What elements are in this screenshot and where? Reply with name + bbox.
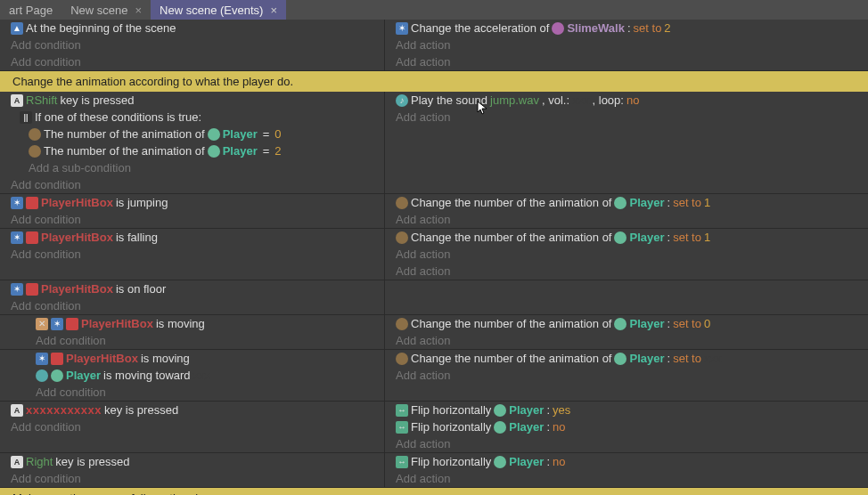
object-icon — [208, 128, 220, 141]
condition-line[interactable]: The number of the animation of Player = … — [0, 142, 384, 159]
action-text: Play the sound — [411, 93, 487, 107]
add-action-link[interactable]: Add action — [385, 211, 868, 228]
event-sub-row[interactable]: ✕ ✶ PlayerHitBox is moving Add condition… — [0, 315, 868, 350]
condition-line[interactable]: The number of the animation of Player = … — [0, 126, 384, 142]
object-name: PlayerHitBox — [81, 317, 153, 330]
add-condition-link[interactable]: Add condition — [0, 384, 384, 401]
condition-line[interactable]: Player is moving toward xxx — [0, 367, 384, 384]
object-name: PlayerHitBox — [41, 282, 113, 296]
accel-icon: ✶ — [396, 22, 408, 35]
add-action-link[interactable]: Add action — [385, 246, 868, 263]
colon: : — [546, 420, 550, 434]
action-line[interactable]: ↔ Flip horizontally Player : no — [385, 418, 868, 435]
action-line[interactable]: ↔ Flip horizontally Player : no — [385, 453, 868, 470]
condition-line[interactable]: A RShift key is pressed — [0, 92, 384, 109]
anim-icon — [29, 145, 41, 158]
condition-text: key is pressed — [104, 403, 178, 417]
object-name: Player — [223, 127, 258, 141]
action-line[interactable]: Change the number of the animation of Pl… — [385, 350, 868, 367]
key-name: RShift — [26, 93, 57, 107]
close-icon[interactable]: × — [270, 4, 277, 17]
event-row[interactable]: ✶ PlayerHitBox is on floor Add condition — [0, 280, 868, 315]
flip-icon: ↔ — [396, 421, 408, 434]
tab-bar: art Page New scene × New scene (Events) … — [0, 0, 868, 20]
tab-art-page[interactable]: art Page — [0, 0, 61, 20]
tab-new-scene-events[interactable]: New scene (Events) × — [151, 0, 286, 20]
add-action-link[interactable]: Add action — [385, 470, 868, 487]
event-row[interactable]: A Right key is pressed Add condition ↔ F… — [0, 453, 868, 488]
value-hidden: xxx — [572, 93, 590, 107]
events-panel: ▲ At the beginning of the scene Add cond… — [0, 20, 868, 495]
add-action-link[interactable]: Add action — [385, 435, 868, 452]
value-number: 2 — [274, 144, 281, 158]
object-icon — [552, 22, 564, 35]
key-name: Right — [26, 455, 53, 468]
loop-label: , loop: — [593, 93, 624, 107]
conditions-column: ✶ PlayerHitBox is falling Add condition — [0, 229, 385, 280]
event-sub-row[interactable]: ✶ PlayerHitBox is moving Player is movin… — [0, 350, 868, 402]
object-icon — [494, 421, 506, 434]
add-condition-link[interactable]: Add condition — [0, 297, 384, 314]
condition-line[interactable]: A xxxxxxxxxxx key is pressed — [0, 402, 384, 418]
add-condition-link[interactable]: Add condition — [0, 470, 384, 487]
add-condition-link[interactable]: Add condition — [0, 176, 384, 193]
conditions-column: A RShift key is pressed || If one of the… — [0, 92, 385, 193]
add-action-link[interactable]: Add action — [385, 263, 868, 280]
add-action-link[interactable]: Add action — [385, 53, 868, 70]
condition-line[interactable]: ✶ PlayerHitBox is jumping — [0, 194, 384, 211]
add-condition-link[interactable]: Add condition — [0, 53, 384, 70]
condition-line[interactable]: ✶ PlayerHitBox is on floor — [0, 280, 384, 297]
action-text: Change the number of the animation of — [411, 317, 611, 330]
event-row[interactable]: ✶ PlayerHitBox is jumping Add condition … — [0, 194, 868, 229]
condition-line[interactable]: || If one of these conditions is true: — [0, 109, 384, 126]
condition-line[interactable]: ▲ At the beginning of the scene — [0, 20, 384, 37]
actions-column: Change the number of the animation of Pl… — [385, 350, 868, 401]
comment-row[interactable]: Change the animation according to what t… — [0, 71, 868, 92]
condition-line[interactable]: ✶ PlayerHitBox is moving — [0, 350, 384, 367]
action-line[interactable]: ✶ Change the acceleration of SlimeWalk: … — [385, 20, 868, 37]
add-condition-link[interactable]: Add condition — [0, 37, 384, 53]
add-action-link[interactable]: Add action — [385, 109, 868, 126]
platform-icon: ✶ — [11, 197, 23, 209]
object-name: Player — [509, 420, 544, 434]
add-condition-link[interactable]: Add condition — [0, 211, 384, 228]
action-line[interactable]: Change the number of the animation of Pl… — [385, 315, 868, 332]
flip-icon: ↔ — [396, 404, 408, 417]
close-icon[interactable]: × — [135, 4, 142, 17]
key-icon: A — [11, 456, 23, 468]
action-line[interactable]: Change the number of the animation of Pl… — [385, 229, 868, 246]
event-row[interactable]: ✶ PlayerHitBox is falling Add condition … — [0, 229, 868, 280]
comment-row[interactable]: Make sure the camera follows the player. — [0, 488, 868, 495]
add-condition-link[interactable]: Add condition — [0, 332, 384, 349]
condition-text: is moving — [156, 317, 205, 330]
action-line[interactable]: ♪ Play the sound jump.wav, vol.: xxx, lo… — [385, 92, 868, 109]
operator-set: set to — [673, 196, 701, 209]
object-name: PlayerHitBox — [41, 231, 113, 244]
add-condition-link[interactable]: Add condition — [0, 246, 384, 263]
tab-new-scene[interactable]: New scene × — [61, 0, 151, 20]
event-row[interactable]: ▲ At the beginning of the scene Add cond… — [0, 20, 868, 71]
add-action-link[interactable]: Add action — [385, 367, 868, 384]
value-number: 0 — [704, 317, 710, 330]
add-condition-link[interactable]: Add condition — [0, 418, 384, 435]
condition-line[interactable]: ✕ ✶ PlayerHitBox is moving — [0, 315, 384, 332]
value-yes: yes — [553, 403, 570, 417]
add-action-link[interactable]: Add action — [385, 37, 868, 53]
event-row[interactable]: A xxxxxxxxxxx key is pressed Add conditi… — [0, 402, 868, 453]
object-name: Player — [629, 196, 664, 209]
action-line[interactable]: Change the number of the animation of Pl… — [385, 194, 868, 211]
conditions-column: ✶ PlayerHitBox is jumping Add condition — [0, 194, 385, 228]
action-line[interactable]: ↔ Flip horizontally Player : yes — [385, 402, 868, 418]
add-sub-condition-link[interactable]: Add a sub-condition — [0, 159, 384, 176]
event-row[interactable]: A RShift key is pressed || If one of the… — [0, 92, 868, 194]
sound-icon: ♪ — [396, 94, 408, 107]
scene-start-icon: ▲ — [11, 22, 23, 35]
tab-label: New scene (Events) — [160, 4, 263, 17]
condition-line[interactable]: ✶ PlayerHitBox is falling — [0, 229, 384, 246]
object-icon — [51, 353, 63, 365]
direction-icon — [36, 369, 48, 382]
add-action-link[interactable]: Add action — [385, 332, 868, 349]
key-name-masked: xxxxxxxxxxx — [26, 403, 102, 417]
condition-text: is falling — [116, 231, 158, 244]
condition-line[interactable]: A Right key is pressed — [0, 453, 384, 470]
